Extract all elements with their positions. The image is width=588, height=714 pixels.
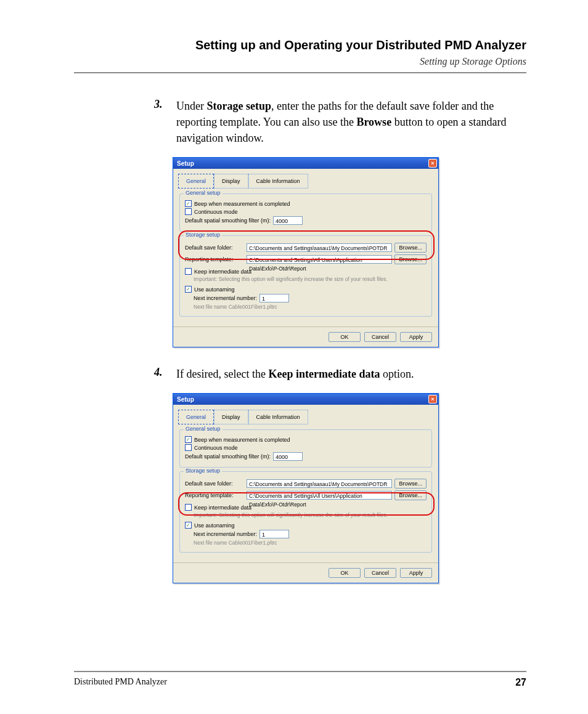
autonaming-label: Use autonaming <box>194 522 235 529</box>
dialog-title: Setup <box>177 160 194 167</box>
step-body: If desired, select the Keep intermediate… <box>176 366 414 382</box>
tab-display[interactable]: Display <box>214 410 248 424</box>
step-bold: Browse <box>356 116 391 128</box>
tab-cable-information[interactable]: Cable Information <box>248 410 308 424</box>
ok-button[interactable]: OK <box>329 568 361 578</box>
tab-cable-information[interactable]: Cable Information <box>248 174 308 189</box>
dialog-footer: OK Cancel Apply <box>173 562 438 583</box>
general-setup-group: General setup ✓ Beep when measurement is… <box>179 193 432 232</box>
save-folder-label: Default save folder: <box>185 481 244 487</box>
page-header-subtitle: Setting up Storage Options <box>74 56 526 67</box>
ok-button[interactable]: OK <box>329 332 361 342</box>
cancel-button[interactable]: Cancel <box>364 332 396 342</box>
tab-bar: General Display Cable Information <box>173 405 438 424</box>
keep-intermediate-label: Keep intermediate data <box>194 269 251 275</box>
step-bold: Keep intermediate data <box>268 368 380 380</box>
continuous-mode-checkbox[interactable] <box>185 444 192 451</box>
beep-label: Beep when measurement is completed <box>194 437 290 443</box>
dialog-title: Setup <box>177 396 194 403</box>
continuous-mode-label: Continuous mode <box>194 445 238 451</box>
autonaming-checkbox[interactable]: ✓ <box>185 522 192 529</box>
keep-intermediate-label: Keep intermediate data <box>194 505 251 511</box>
incremental-number-label: Next incremental number: <box>194 295 257 301</box>
storage-setup-legend: Storage setup <box>184 232 222 238</box>
next-filename-label: Next file name Cable001Fiber1.pltrc <box>194 304 277 310</box>
keep-intermediate-checkbox[interactable] <box>185 268 192 275</box>
apply-button[interactable]: Apply <box>400 332 432 342</box>
tab-bar: General Display Cable Information <box>173 169 438 189</box>
step-body: Under Storage setup, enter the paths for… <box>176 98 526 146</box>
filter-label: Default spatial smoothing filter (m): <box>185 217 271 224</box>
filter-input[interactable]: 4000 <box>273 216 303 225</box>
step-number: 4. <box>154 366 166 382</box>
step-bold: Storage setup <box>206 100 271 112</box>
dialog-titlebar[interactable]: Setup × <box>173 158 438 169</box>
step-text: option. <box>380 368 414 380</box>
storage-setup-legend: Storage setup <box>184 468 222 474</box>
tab-general[interactable]: General <box>178 174 214 189</box>
filter-input[interactable]: 4000 <box>273 452 303 461</box>
close-icon[interactable]: × <box>428 395 437 404</box>
browse-template-button[interactable]: Browse... <box>394 254 427 264</box>
tab-general[interactable]: General <box>178 410 214 424</box>
autonaming-checkbox[interactable]: ✓ <box>185 286 192 293</box>
filter-label: Default spatial smoothing filter (m): <box>185 453 271 460</box>
close-icon[interactable]: × <box>428 159 437 168</box>
browse-save-button[interactable]: Browse... <box>394 479 427 489</box>
beep-checkbox[interactable]: ✓ <box>185 200 192 207</box>
incremental-number-input[interactable]: 1 <box>259 294 289 302</box>
save-folder-label: Default save folder: <box>185 245 244 251</box>
step-3: 3. Under Storage setup, enter the paths … <box>154 98 526 146</box>
tab-display[interactable]: Display <box>214 174 248 189</box>
keep-intermediate-note: Important: Selecting this option will si… <box>194 276 388 282</box>
header-rule <box>74 72 526 73</box>
screenshot-2: Setup × General Display Cable Informatio… <box>173 393 526 583</box>
incremental-number-label: Next incremental number: <box>194 531 257 537</box>
autonaming-label: Use autonaming <box>194 286 235 293</box>
browse-save-button[interactable]: Browse... <box>394 243 427 253</box>
step-number: 3. <box>154 98 166 146</box>
beep-label: Beep when measurement is completed <box>194 201 290 207</box>
reporting-template-input[interactable]: C:\Documents and Settings\All Users\Appl… <box>247 255 392 264</box>
general-setup-legend: General setup <box>184 190 223 196</box>
page-footer: Distributed PMD Analyzer 27 <box>74 671 526 688</box>
continuous-mode-label: Continuous mode <box>194 209 238 215</box>
general-setup-group: General setup ✓ Beep when measurement is… <box>179 429 432 468</box>
next-filename-label: Next file name Cable001Fiber1.pltrc <box>194 540 277 546</box>
dialog-footer: OK Cancel Apply <box>173 327 438 347</box>
cancel-button[interactable]: Cancel <box>364 568 396 578</box>
apply-button[interactable]: Apply <box>400 568 432 578</box>
reporting-template-label: Reporting template: <box>185 256 244 262</box>
footer-page-number: 27 <box>515 677 526 688</box>
dialog-titlebar[interactable]: Setup × <box>173 394 438 405</box>
keep-intermediate-note: Important: Selecting this option will si… <box>194 512 388 518</box>
reporting-template-label: Reporting template: <box>185 492 244 498</box>
continuous-mode-checkbox[interactable] <box>185 208 192 215</box>
save-folder-input[interactable]: C:\Documents and Settings\sasau1\My Docu… <box>247 243 392 252</box>
screenshot-1: Setup × General Display Cable Informatio… <box>173 157 526 347</box>
storage-setup-group: Storage setup Default save folder: C:\Do… <box>179 235 432 317</box>
beep-checkbox[interactable]: ✓ <box>185 436 192 443</box>
storage-setup-group: Storage setup Default save folder: C:\Do… <box>179 471 432 553</box>
step-text: Under <box>176 100 206 112</box>
general-setup-legend: General setup <box>184 426 223 432</box>
step-text: If desired, select the <box>176 368 268 380</box>
save-folder-input[interactable]: C:\Documents and Settings\sasau1\My Docu… <box>247 479 392 488</box>
footer-doc-name: Distributed PMD Analyzer <box>74 677 167 688</box>
step-4: 4. If desired, select the Keep intermedi… <box>154 366 526 382</box>
page-header-title: Setting up and Operating your Distribute… <box>74 38 526 52</box>
keep-intermediate-checkbox[interactable] <box>185 504 192 511</box>
setup-dialog: Setup × General Display Cable Informatio… <box>173 157 439 347</box>
reporting-template-input[interactable]: C:\Documents and Settings\All Users\Appl… <box>247 491 392 500</box>
incremental-number-input[interactable]: 1 <box>259 530 289 538</box>
setup-dialog: Setup × General Display Cable Informatio… <box>173 393 439 583</box>
browse-template-button[interactable]: Browse... <box>394 490 427 500</box>
